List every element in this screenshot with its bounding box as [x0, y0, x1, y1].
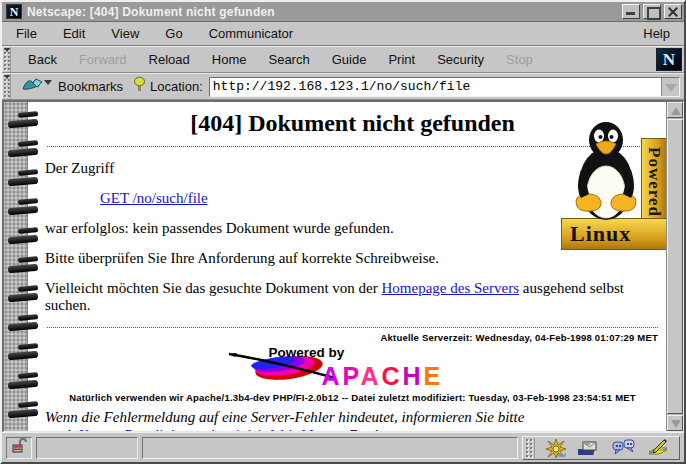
tux-penguin-icon	[569, 110, 643, 232]
suggestion-text: Vielleicht möchten Sie das gesuchte Doku…	[45, 280, 660, 314]
apache-wordmark: APACHE	[322, 364, 444, 389]
homepage-link[interactable]: Homepage des Servers	[382, 280, 519, 296]
location-toolbar: Bookmarks Location:	[2, 73, 684, 100]
print-button[interactable]: Print	[377, 48, 426, 71]
footer-post: . Danke.	[341, 427, 391, 432]
spiral-ring	[8, 286, 40, 301]
stop-button: Stop	[495, 48, 544, 71]
divider	[47, 327, 658, 328]
mailbox-icon[interactable]	[574, 438, 606, 458]
discussions-icon[interactable]	[608, 438, 640, 458]
spiral-ring	[8, 373, 40, 388]
spiral-ring	[8, 112, 40, 127]
progress-panel	[36, 437, 138, 459]
browser-viewport: Powered Linux	[2, 100, 684, 432]
scrollbar-thumb[interactable]	[667, 119, 683, 414]
location-label: Location:	[150, 79, 203, 94]
advice-text: Bitte überprüfen Sie Ihre Anforderung au…	[45, 250, 660, 267]
reload-button[interactable]: Reload	[138, 48, 201, 71]
spiral-ring	[8, 228, 40, 243]
component-bar	[522, 436, 680, 460]
powered-by-apache-logo: Powered by APACHE	[227, 345, 479, 389]
location-icon[interactable]	[133, 76, 146, 97]
spiral-ring	[8, 199, 40, 214]
titlebar[interactable]: N Netscape: [404] Dokument nicht gefunde…	[2, 2, 684, 22]
composer-icon[interactable]	[642, 438, 674, 458]
spiral-ring	[8, 315, 40, 330]
guide-button[interactable]: Guide	[321, 48, 378, 71]
window-title: Netscape: [404] Dokument nicht gefunden	[27, 5, 619, 19]
url-input[interactable]	[210, 78, 661, 96]
home-button[interactable]: Home	[201, 48, 258, 71]
spiral-ring	[8, 257, 40, 272]
unlocked-padlock-icon	[11, 438, 27, 458]
menu-go[interactable]: Go	[152, 23, 195, 44]
location-toolbar-grip[interactable]	[2, 74, 11, 99]
close-button[interactable]	[664, 4, 682, 19]
bookmarks-label: Bookmarks	[58, 79, 123, 94]
component-bar-grip[interactable]	[525, 438, 535, 458]
webmaster-link[interactable]: KwaamReo.dialup.mch.sni.de's Web-Master	[78, 427, 341, 432]
spiral-ring	[8, 402, 40, 417]
menu-help[interactable]: Help	[637, 23, 676, 44]
server-info-text: Natürlich verwenden wir Apache/1.3b4-dev…	[45, 392, 660, 403]
apache-letter: E	[424, 362, 444, 390]
forward-button: Forward	[68, 48, 138, 71]
apache-logo-row: Powered by APACHE	[45, 345, 660, 389]
netscape-window: N Netscape: [404] Dokument nicht gefunde…	[0, 0, 686, 464]
powered-by-label: Powered by	[269, 345, 345, 360]
menu-file[interactable]: File	[10, 23, 50, 44]
status-message-panel	[142, 437, 518, 459]
vertical-scrollbar[interactable]	[666, 102, 683, 431]
apache-letter: P	[343, 362, 361, 390]
navigator-icon[interactable]	[540, 438, 572, 458]
suggestion-pre: Vielleicht möchten Sie das gesuchte Doku…	[45, 280, 382, 296]
spiral-ring	[8, 344, 40, 359]
scroll-down-button[interactable]	[667, 415, 683, 431]
footer-text: Wenn die Fehlermeldung auf eine Server-F…	[45, 408, 660, 432]
bookmarks-menu[interactable]: Bookmarks	[17, 76, 133, 97]
apache-letter: C	[381, 362, 402, 390]
linux-powered-logo: Powered Linux	[561, 110, 667, 250]
netscape-n-icon: N	[6, 4, 22, 19]
apache-letter: A	[322, 362, 343, 390]
server-time-text: Aktuelle Serverzeit: Wednesday, 04-Feb-1…	[45, 332, 658, 343]
toolbar-grip[interactable]	[2, 47, 11, 72]
spiral-ring	[8, 170, 40, 185]
apache-letter: A	[360, 362, 381, 390]
apache-letter: H	[403, 362, 424, 390]
menubar: File Edit View Go Communicator Help	[2, 22, 684, 46]
back-button[interactable]: Back	[17, 48, 68, 71]
url-history-dropdown[interactable]	[661, 78, 679, 96]
search-button[interactable]: Search	[257, 48, 320, 71]
request-link[interactable]: GET /no/such/file	[100, 190, 208, 206]
spiral-ring	[8, 141, 40, 156]
menu-edit[interactable]: Edit	[50, 23, 98, 44]
menu-view[interactable]: View	[98, 23, 152, 44]
statusbar	[2, 432, 684, 462]
bookmarks-icon	[21, 76, 44, 97]
security-button[interactable]: Security	[426, 48, 495, 71]
navigation-toolbar: Back Forward Reload Home Search Guide Pr…	[2, 46, 684, 73]
security-status-panel[interactable]	[6, 437, 32, 459]
scroll-up-button[interactable]	[667, 102, 683, 118]
url-field-frame	[209, 77, 680, 97]
maximize-button[interactable]	[643, 4, 661, 19]
minimize-button[interactable]	[622, 4, 640, 19]
netscape-logo[interactable]: N	[656, 48, 682, 71]
menu-communicator[interactable]: Communicator	[196, 23, 307, 44]
powered-label: Powered	[644, 147, 664, 217]
chevron-down-icon	[44, 80, 52, 85]
